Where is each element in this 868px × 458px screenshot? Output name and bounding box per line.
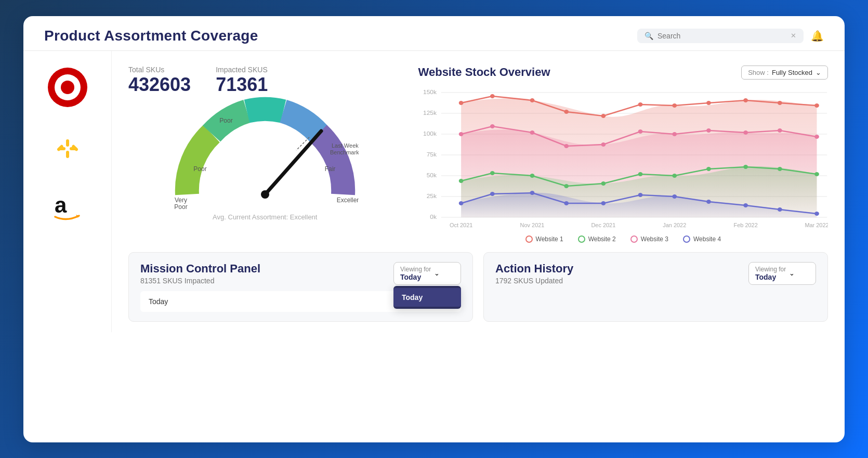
svg-point-56: [564, 144, 569, 148]
bottom-section: Mission Control Panel 81351 SKUS Impacte…: [128, 252, 828, 322]
svg-text:0k: 0k: [430, 214, 437, 219]
svg-text:Feb 2022: Feb 2022: [733, 223, 757, 228]
header: Product Assortment Coverage 🔍 ✕ 🔔: [23, 16, 845, 51]
legend-dot-3: [630, 235, 638, 243]
total-skus-label: Total SKUs: [128, 66, 191, 74]
action-panel-title: Action History: [495, 262, 573, 276]
svg-point-53: [458, 132, 463, 136]
main-content: Total SKUs 432603 Impacted SKUS 71361: [112, 51, 845, 332]
mission-dropdown-menu: Today: [393, 286, 461, 309]
svg-point-59: [672, 132, 677, 136]
content: a Total SKUs 432603: [23, 51, 845, 332]
impacted-skus-value: 71361: [216, 74, 268, 96]
action-panel-info: Action History 1792 SKUS Updated: [495, 262, 573, 285]
search-bar[interactable]: 🔍 ✕: [637, 29, 804, 43]
search-input[interactable]: [657, 32, 786, 40]
sidebar: a: [23, 51, 112, 332]
svg-point-80: [638, 193, 642, 197]
clear-search-icon[interactable]: ✕: [791, 32, 796, 40]
mission-control-panel: Mission Control Panel 81351 SKUS Impacte…: [128, 252, 473, 322]
svg-text:Dec 2021: Dec 2021: [591, 223, 615, 228]
metrics-row: Total SKUs 432603 Impacted SKUS 71361: [128, 66, 402, 96]
svg-text:Benchmark: Benchmark: [330, 149, 359, 155]
action-history-panel: Action History 1792 SKUS Updated Viewing…: [483, 252, 828, 322]
svg-point-84: [778, 207, 782, 212]
svg-text:Oct 2021: Oct 2021: [450, 223, 473, 228]
gauge-subtitle: Avg. Current Assortment: Excellent: [213, 213, 317, 221]
svg-point-55: [530, 130, 534, 135]
amazon-logo[interactable]: a: [47, 190, 88, 226]
show-dropdown[interactable]: Show : Fully Stocked ⌄: [741, 66, 828, 80]
svg-rect-3: [66, 139, 69, 147]
svg-point-79: [601, 201, 606, 205]
legend-website2: Website 2: [578, 235, 616, 243]
svg-point-66: [530, 174, 534, 178]
svg-point-12: [261, 190, 269, 199]
mission-viewing-value: Today: [400, 273, 431, 281]
legend-website1: Website 1: [525, 235, 563, 243]
svg-text:Fair: Fair: [324, 165, 335, 173]
impacted-skus-label: Impacted SKUS: [216, 66, 268, 74]
svg-point-43: [490, 94, 495, 98]
svg-point-67: [564, 184, 569, 188]
svg-text:Very: Very: [175, 197, 187, 204]
legend-dot-4: [683, 235, 690, 243]
svg-line-11: [265, 131, 321, 194]
svg-point-52: [814, 103, 819, 108]
svg-text:75k: 75k: [426, 151, 437, 157]
mission-viewing-dropdown[interactable]: Viewing for Today ⌄: [393, 262, 461, 285]
svg-point-45: [564, 110, 569, 114]
action-viewing-dropdown[interactable]: Viewing for Today ⌄: [748, 262, 816, 285]
svg-point-60: [706, 128, 711, 133]
mission-panel-subtitle: 81351 SKUS Impacted: [140, 277, 260, 285]
right-panel: Website Stock Overview Show : Fully Stoc…: [418, 66, 828, 243]
legend-label-2: Website 2: [588, 235, 616, 243]
mission-panel-title: Mission Control Panel: [140, 262, 260, 276]
svg-point-75: [458, 201, 463, 205]
svg-point-44: [530, 98, 534, 102]
mission-chevron-icon: ⌄: [434, 269, 440, 277]
svg-point-58: [638, 129, 642, 134]
svg-point-48: [672, 103, 677, 108]
svg-point-70: [672, 174, 677, 178]
svg-point-47: [638, 102, 642, 107]
svg-text:Excellent: Excellent: [336, 197, 358, 204]
svg-point-85: [814, 212, 819, 216]
svg-point-42: [458, 101, 463, 105]
bell-icon[interactable]: 🔔: [811, 30, 824, 42]
svg-point-57: [601, 142, 606, 147]
gauge-chart: Very Poor Poor Fair Excellent Poor L: [172, 96, 359, 210]
svg-text:Jan 2022: Jan 2022: [663, 223, 686, 228]
svg-point-73: [778, 167, 782, 171]
chart-area: 150k 125k 100k 75k 50k 25k 0k: [418, 85, 828, 230]
action-viewing-value: Today: [755, 273, 786, 281]
svg-text:Poor: Poor: [174, 203, 187, 210]
svg-point-49: [706, 101, 711, 105]
chart-legend: Website 1 Website 2 Website 3 Websi: [418, 235, 828, 243]
header-right: 🔍 ✕ 🔔: [637, 29, 824, 43]
legend-label-3: Website 3: [641, 235, 668, 243]
svg-point-81: [672, 194, 677, 199]
top-section: Total SKUs 432603 Impacted SKUS 71361: [128, 66, 828, 243]
svg-text:125k: 125k: [423, 110, 437, 115]
svg-point-68: [601, 181, 606, 186]
svg-point-54: [490, 124, 495, 128]
svg-text:Last Week: Last Week: [332, 142, 359, 149]
page-title: Product Assortment Coverage: [44, 28, 258, 44]
svg-text:Nov 2021: Nov 2021: [520, 223, 544, 228]
mission-viewing-dropdown-wrapper: Viewing for Today ⌄ Today: [393, 262, 461, 285]
mission-panel-header: Mission Control Panel 81351 SKUS Impacte…: [140, 262, 461, 285]
action-chevron-icon: ⌄: [789, 269, 795, 277]
svg-point-65: [490, 171, 495, 175]
svg-text:Mar 2022: Mar 2022: [805, 223, 828, 228]
walmart-logo[interactable]: [47, 132, 88, 168]
mission-dropdown-today[interactable]: Today: [393, 288, 461, 307]
mission-viewing-label: Viewing for: [400, 266, 431, 273]
svg-point-51: [778, 101, 782, 105]
main-card: Product Assortment Coverage 🔍 ✕ 🔔: [23, 16, 845, 442]
svg-point-63: [814, 135, 819, 139]
left-panel: Total SKUs 432603 Impacted SKUS 71361: [128, 66, 402, 221]
stock-title: Website Stock Overview: [418, 66, 550, 79]
action-viewing-label: Viewing for: [755, 266, 786, 273]
target-logo[interactable]: [47, 67, 88, 110]
